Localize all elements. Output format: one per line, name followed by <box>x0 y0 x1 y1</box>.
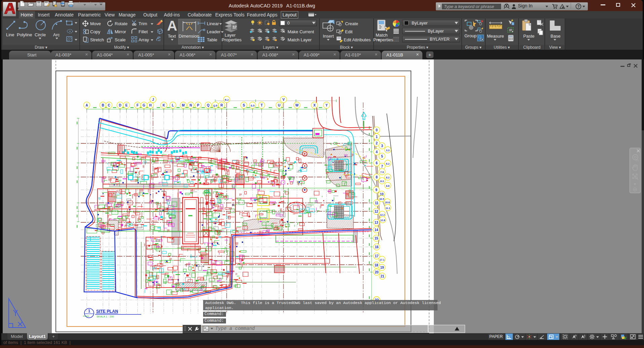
svg-text:12.8: 12.8 <box>380 219 385 222</box>
svg-text:11: 11 <box>375 201 379 205</box>
svg-text:8.2: 8.2 <box>386 176 389 179</box>
svg-text:0: 0 <box>376 128 378 132</box>
svg-text:W: W <box>295 103 299 107</box>
svg-text:R.2: R.2 <box>225 98 229 101</box>
svg-text:M: M <box>182 103 185 107</box>
svg-text:Q.5: Q.5 <box>213 104 217 107</box>
svg-text:R: R <box>220 103 223 107</box>
svg-text:17.1: 17.1 <box>380 258 385 261</box>
svg-text:G: G <box>143 103 145 107</box>
svg-text:S: S <box>243 103 245 107</box>
svg-text:5: 5 <box>381 155 383 158</box>
svg-text:15: 15 <box>374 236 378 240</box>
svg-text:E: E <box>125 103 128 107</box>
svg-text:8.3: 8.3 <box>380 180 384 183</box>
svg-text:10.6: 10.6 <box>385 201 390 204</box>
svg-text:3.3: 3.3 <box>386 149 389 152</box>
svg-text:3: 3 <box>381 144 383 148</box>
svg-text:6: 6 <box>376 161 378 165</box>
svg-text:7.9: 7.9 <box>380 171 384 174</box>
svg-text:Y: Y <box>326 103 328 107</box>
svg-text:19: 19 <box>380 266 384 269</box>
svg-text:18: 18 <box>374 263 378 267</box>
svg-text:X: X <box>313 103 316 107</box>
svg-text:12: 12 <box>374 210 378 213</box>
svg-text:K: K <box>162 103 165 107</box>
svg-text:T: T <box>261 103 263 107</box>
svg-text:11.1: 11.1 <box>385 207 390 210</box>
svg-text:21: 21 <box>380 274 384 278</box>
svg-text:A: A <box>85 103 88 107</box>
svg-text:N: N <box>189 103 192 107</box>
svg-text:L: L <box>172 103 174 107</box>
svg-text:U: U <box>278 103 280 107</box>
svg-text:14: 14 <box>374 228 378 232</box>
svg-text:12.2: 12.2 <box>380 213 385 216</box>
svg-text:V: V <box>282 98 285 101</box>
svg-text:2: 2 <box>376 141 378 145</box>
svg-text:J: J <box>152 98 154 101</box>
svg-text:C: C <box>108 103 110 107</box>
svg-text:A1-011: A1-011 <box>83 315 90 317</box>
svg-text:8.6: 8.6 <box>386 184 389 187</box>
svg-text:D: D <box>119 103 121 107</box>
svg-text:8: 8 <box>376 175 378 179</box>
svg-text:?: ? <box>577 4 580 8</box>
svg-text:13: 13 <box>374 221 378 224</box>
svg-text:7: 7 <box>381 165 383 168</box>
svg-text:B: B <box>102 103 104 107</box>
svg-text:1: 1 <box>376 135 378 139</box>
svg-text:SITE PLAN: SITE PLAN <box>96 309 118 314</box>
svg-text:9: 9 <box>375 188 377 192</box>
svg-text:10.5: 10.5 <box>379 198 384 201</box>
svg-text:16: 16 <box>375 245 379 249</box>
svg-text:6.2: 6.2 <box>386 162 389 165</box>
svg-text:P: P <box>197 103 199 107</box>
svg-text:20: 20 <box>375 270 379 274</box>
svg-text:2D: 2D <box>636 159 639 162</box>
svg-text:H: H <box>149 103 151 107</box>
svg-text:SKALA 1 : 200: SKALA 1 : 200 <box>97 315 114 318</box>
svg-text:F: F <box>137 103 139 107</box>
svg-text:17: 17 <box>375 254 379 258</box>
svg-text:4: 4 <box>376 150 378 154</box>
svg-text:1: 1 <box>88 309 90 313</box>
svg-text:S.5: S.5 <box>251 104 254 107</box>
svg-text:Q: Q <box>207 103 210 107</box>
